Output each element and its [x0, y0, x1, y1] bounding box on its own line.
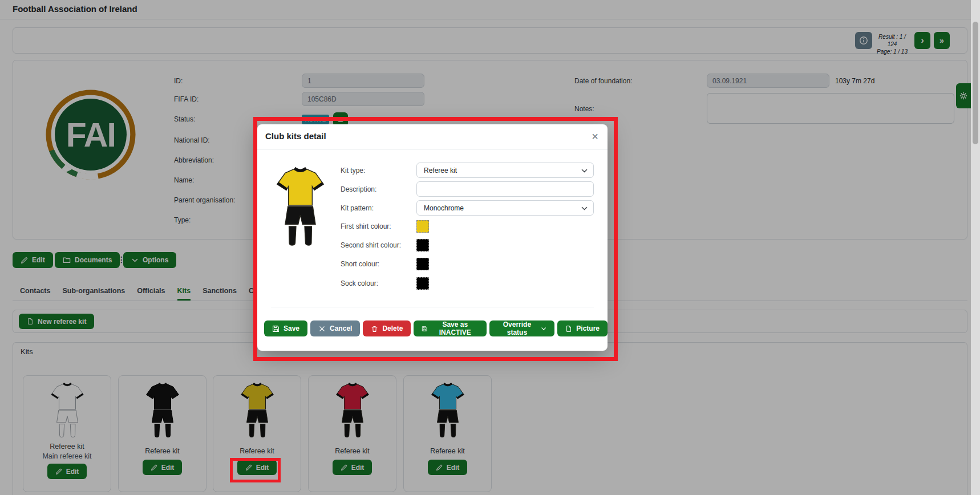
kit-pattern-select[interactable]: Monochrome [416, 200, 594, 216]
override-status-button[interactable]: Override status [489, 320, 555, 336]
club-kits-detail-modal: Club kits detail × Kit type: Referee kit… [257, 124, 608, 351]
save-label: Save [284, 324, 299, 332]
chevron-down-icon [581, 205, 588, 212]
modal-header: Club kits detail × [257, 124, 608, 149]
floppy-save-icon [272, 325, 280, 332]
sock-colour-swatch[interactable] [416, 277, 429, 290]
save-button[interactable]: Save [264, 320, 307, 336]
modal-footer: Save Cancel Delete Save a [264, 320, 608, 336]
kit-pattern-value: Monochrome [424, 204, 464, 212]
chevron-down-icon [541, 325, 546, 332]
modal-kit-illustration [273, 165, 327, 246]
kit-type-select[interactable]: Referee kit [416, 163, 594, 178]
second-shirt-colour-label: Second shirt colour: [341, 241, 416, 249]
save-as-inactive-label: Save as INACTIVE [432, 320, 479, 336]
save-as-inactive-button[interactable]: Save as INACTIVE [414, 320, 486, 336]
second-shirt-colour-swatch[interactable] [416, 239, 429, 251]
kit-pattern-label: Kit pattern: [341, 204, 416, 212]
cancel-button[interactable]: Cancel [310, 320, 360, 336]
description-input[interactable] [416, 181, 594, 197]
sock-colour-label: Sock colour: [341, 279, 416, 287]
chevron-down-icon [581, 167, 588, 175]
trash-icon [371, 325, 378, 332]
kit-type-label: Kit type: [341, 167, 416, 175]
floppy-save-icon [422, 325, 427, 332]
override-status-label: Override status [497, 320, 537, 336]
modal-footer-divider [271, 307, 594, 307]
picture-button[interactable]: Picture [557, 320, 608, 336]
x-icon [318, 325, 326, 332]
modal-title: Club kits detail [265, 131, 326, 141]
scrollbar-track[interactable] [971, 0, 980, 495]
first-shirt-colour-label: First shirt colour: [341, 222, 416, 230]
file-icon [565, 325, 572, 332]
delete-label: Delete [382, 324, 403, 332]
cancel-label: Cancel [330, 324, 352, 332]
picture-label: Picture [576, 324, 600, 332]
close-icon[interactable]: × [592, 129, 598, 144]
short-colour-label: Short colour: [341, 260, 416, 268]
app-window: Football Association of Ireland Result :… [0, 0, 980, 495]
delete-button[interactable]: Delete [363, 320, 411, 336]
kit-type-value: Referee kit [424, 167, 457, 175]
scrollbar-thumb[interactable] [973, 22, 978, 144]
first-shirt-colour-swatch[interactable] [416, 220, 429, 233]
short-colour-swatch[interactable] [416, 258, 429, 270]
description-label: Description: [341, 185, 416, 193]
